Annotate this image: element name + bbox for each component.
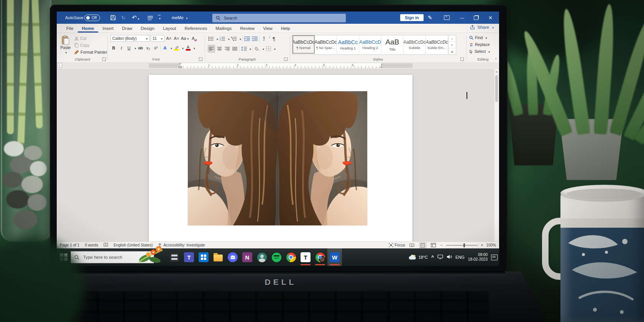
document-title[interactable]: meMe — [172, 12, 188, 24]
format-painter-button[interactable]: Format Painter — [74, 50, 107, 54]
minimize-button[interactable]: — — [460, 12, 464, 24]
select-button[interactable]: Select — [469, 49, 490, 54]
tab-view[interactable]: View — [259, 24, 277, 33]
tray-clock[interactable]: 09:00 18-02-2023 — [468, 253, 488, 262]
cut-button[interactable]: Cut — [74, 36, 86, 41]
underline-button[interactable]: U — [126, 44, 132, 51]
font-color-dropdown-icon[interactable] — [192, 46, 195, 50]
subscript-button[interactable]: x₂ — [145, 44, 151, 51]
tray-expand-button[interactable]: ^ — [431, 255, 434, 260]
tab-review[interactable]: Review — [236, 24, 259, 33]
increase-indent-button[interactable] — [251, 35, 258, 42]
left-indent-marker[interactable] — [179, 66, 182, 68]
laptop-keyboard[interactable] — [72, 291, 489, 322]
justify-button[interactable] — [232, 45, 238, 52]
italic-button[interactable]: I — [118, 44, 125, 51]
bullets-button[interactable] — [208, 35, 214, 42]
find-button[interactable]: Find — [469, 35, 487, 40]
paste-dropdown-icon[interactable] — [64, 50, 67, 54]
proofing-button[interactable] — [104, 243, 108, 248]
search-input[interactable] — [223, 15, 332, 21]
replace-button[interactable]: Replace — [469, 42, 490, 47]
vertical-scrollbar[interactable]: ▲ — [494, 69, 499, 242]
style-heading1[interactable]: AaBbCcHeading 1 — [337, 35, 359, 54]
paste-button[interactable]: Paste — [59, 35, 72, 54]
align-right-button[interactable] — [224, 45, 230, 52]
grow-font-button[interactable]: A˄ — [166, 35, 172, 42]
multilevel-dropdown-icon[interactable] — [238, 36, 241, 41]
font-dialog-launcher[interactable] — [199, 57, 202, 61]
document-page[interactable] — [149, 75, 412, 242]
style-subtitle[interactable]: AaBbCcDcSubtitle — [404, 35, 426, 54]
taskbar-t-app[interactable]: T — [298, 248, 313, 266]
save-button[interactable] — [110, 12, 116, 24]
font-name-combo[interactable]: Calibri (Body) — [110, 35, 150, 42]
font-size-combo[interactable]: 11 — [151, 35, 164, 42]
zoom-slider-thumb[interactable] — [463, 243, 465, 247]
borders-button[interactable] — [265, 45, 272, 52]
sort-button[interactable]: A Z ↓ — [261, 35, 269, 42]
taskbar-chrome[interactable] — [284, 248, 298, 266]
font-color-button[interactable]: A — [185, 44, 191, 51]
strikethrough-button[interactable]: ab — [137, 44, 144, 51]
shading-button[interactable] — [254, 45, 260, 52]
tab-layout[interactable]: Layout — [159, 24, 181, 33]
zoom-slider[interactable] — [446, 245, 478, 246]
multilevel-list-button[interactable] — [231, 35, 237, 42]
styles-more-button[interactable]: ▾ — [449, 48, 455, 54]
tab-file[interactable]: File — [62, 24, 78, 33]
taskbar-chrome-profile[interactable] — [313, 248, 327, 266]
titlebar-search-box[interactable] — [212, 13, 346, 23]
line-spacing-dropdown-icon[interactable] — [248, 46, 251, 51]
tab-draw[interactable]: Draw — [118, 24, 136, 33]
action-center-button[interactable] — [491, 255, 498, 260]
numbering-dropdown-icon[interactable] — [227, 36, 230, 41]
zoom-out-button[interactable]: − — [440, 243, 443, 247]
taskbar-teams[interactable]: T — [182, 248, 196, 266]
borders-dropdown-icon[interactable] — [273, 46, 276, 51]
text-effects-dropdown-icon[interactable] — [169, 46, 172, 50]
highlight-button[interactable] — [173, 44, 180, 51]
decrease-indent-button[interactable] — [244, 35, 250, 42]
bold-button[interactable]: B — [110, 44, 117, 51]
word-count[interactable]: 0 words — [85, 243, 98, 247]
numbering-button[interactable]: 123 — [219, 35, 226, 42]
undo-button[interactable]: ↶ — [132, 12, 140, 24]
taskbar-file-explorer[interactable] — [211, 248, 225, 266]
paragraph-dialog-launcher[interactable] — [284, 57, 288, 61]
taskbar-spotify[interactable] — [269, 248, 284, 266]
clipboard-dialog-launcher[interactable] — [102, 57, 106, 61]
customize-quick-access-button[interactable] — [158, 12, 161, 24]
scrollbar-thumb[interactable] — [495, 75, 498, 102]
zoom-in-button[interactable]: + — [481, 243, 483, 247]
tab-references[interactable]: References — [180, 24, 211, 33]
taskbar-task-view[interactable] — [167, 248, 182, 266]
quick-access-numbering-button[interactable]: 123 — [147, 12, 153, 24]
taskbar-microsoft-store[interactable] — [196, 248, 211, 266]
taskbar-discord[interactable] — [225, 248, 240, 266]
bullets-dropdown-icon[interactable] — [215, 36, 218, 41]
underline-dropdown-icon[interactable] — [133, 46, 136, 50]
tab-design[interactable]: Design — [136, 24, 159, 33]
web-layout-button[interactable] — [430, 242, 437, 248]
tab-insert[interactable]: Insert — [98, 24, 118, 33]
style-title[interactable]: AaBTitle — [381, 35, 404, 54]
taskbar-onenote[interactable]: N — [240, 248, 255, 266]
shading-dropdown-icon[interactable] — [261, 46, 264, 51]
focus-button[interactable]: Focus — [389, 243, 405, 247]
style-no-spacing[interactable]: AaBbCcDc¶ No Spac... — [315, 35, 337, 54]
line-spacing-button[interactable] — [241, 45, 247, 52]
display-device-button[interactable] — [437, 255, 443, 260]
horizontal-ruler[interactable]: 1 2 3 4 5 6 7 — [149, 63, 412, 68]
taskbar-word[interactable]: W — [327, 248, 342, 266]
undo-dropdown-icon[interactable] — [137, 15, 140, 21]
language-indicator[interactable]: ENG — [455, 255, 465, 260]
document-picture-mirrored-portrait[interactable] — [188, 91, 367, 225]
close-button[interactable]: ✕ — [488, 12, 493, 24]
read-mode-button[interactable] — [408, 242, 416, 248]
change-case-button[interactable]: Aa — [181, 35, 189, 42]
ribbon-display-options-button[interactable] — [444, 12, 450, 24]
taskbar-people[interactable] — [255, 248, 269, 266]
style-heading2[interactable]: AaBbCcDHeading 2 — [359, 35, 381, 54]
styles-scroll-down-button[interactable]: ▾ — [449, 41, 455, 48]
